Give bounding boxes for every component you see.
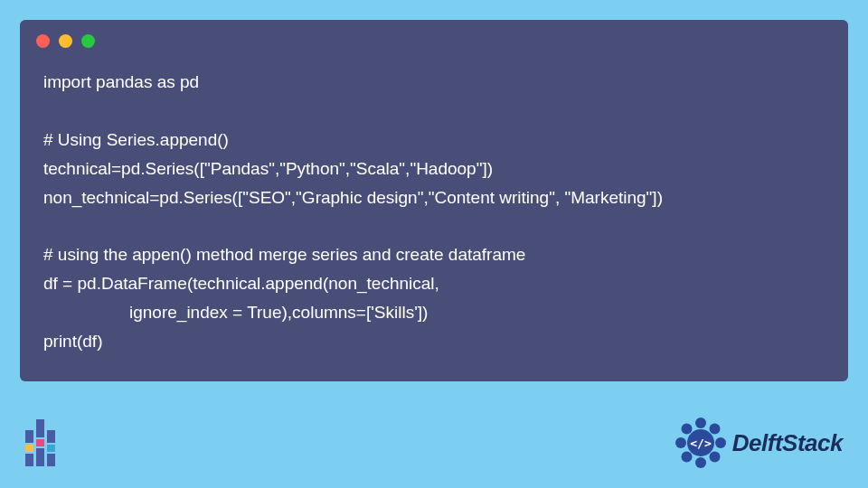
footer: </> DelftStack bbox=[0, 407, 868, 488]
close-icon[interactable] bbox=[36, 34, 50, 48]
delftstack-emblem-icon: </> bbox=[675, 417, 727, 469]
code-line: df = pd.DataFrame(technical.append(non_t… bbox=[43, 274, 439, 293]
brand-name: DelftStack bbox=[732, 429, 843, 457]
code-line: # Using Series.append() bbox=[43, 130, 229, 149]
window-titlebar bbox=[20, 20, 848, 61]
svg-point-7 bbox=[681, 424, 692, 435]
svg-point-4 bbox=[695, 457, 706, 468]
code-window: import pandas as pd # Using Series.appen… bbox=[20, 20, 848, 381]
code-line: non_technical=pd.Series(["SEO","Graphic … bbox=[43, 188, 663, 207]
left-logo-icon bbox=[25, 419, 55, 466]
svg-text:</>: </> bbox=[690, 436, 712, 450]
svg-point-1 bbox=[709, 424, 720, 435]
code-line: print(df) bbox=[43, 332, 102, 351]
minimize-icon[interactable] bbox=[59, 34, 72, 48]
svg-point-3 bbox=[709, 452, 720, 463]
svg-point-5 bbox=[681, 452, 692, 463]
svg-point-0 bbox=[695, 418, 706, 428]
maximize-icon[interactable] bbox=[81, 34, 95, 48]
code-line: ignore_index = True),columns=['Skills']) bbox=[43, 303, 428, 322]
svg-point-6 bbox=[675, 437, 686, 448]
right-logo: </> DelftStack bbox=[675, 417, 843, 469]
code-line: # using the appen() method merge series … bbox=[43, 245, 525, 264]
code-line: technical=pd.Series(["Pandas","Python","… bbox=[43, 159, 493, 178]
code-block: import pandas as pd # Using Series.appen… bbox=[20, 61, 848, 356]
svg-point-2 bbox=[715, 437, 726, 448]
code-line: import pandas as pd bbox=[43, 72, 199, 91]
